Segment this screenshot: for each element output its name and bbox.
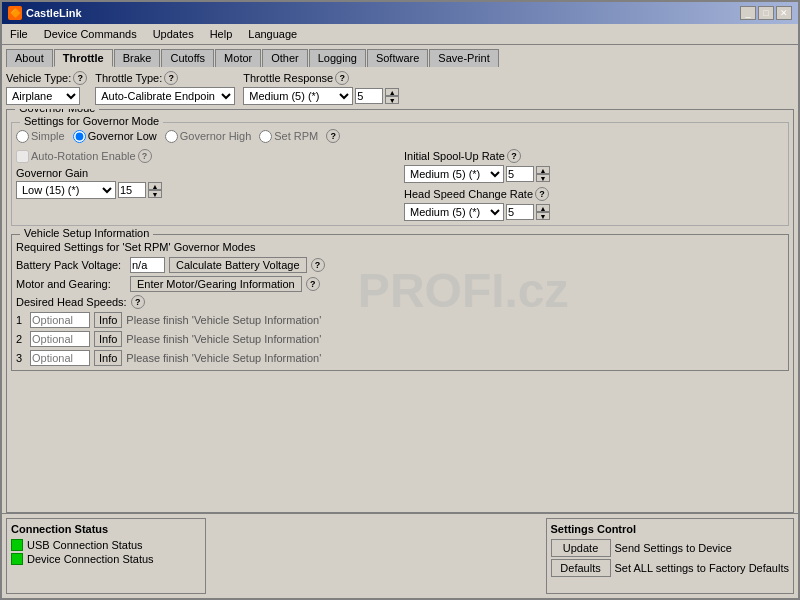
governor-low-label: Governor Low: [73, 130, 157, 143]
head-speed-change-control-row: Medium (5) (*) Low (1) High (10) ▲ ▼: [404, 203, 784, 221]
motor-gearing-row: Motor and Gearing: Enter Motor/Gearing I…: [16, 276, 784, 292]
hs-info-btn-2[interactable]: Info: [94, 331, 122, 347]
throttle-response-help-icon[interactable]: ?: [335, 71, 349, 85]
initial-spool-num-input[interactable]: [506, 166, 534, 182]
throttle-response-control-row: Medium (5) (*) Low (1) High (10) ▲ ▼: [243, 87, 399, 105]
governor-help-icon[interactable]: ?: [326, 129, 340, 143]
throttle-type-group: Throttle Type: ? Auto-Calibrate Endpoin …: [95, 71, 235, 105]
window-controls: _ □ ✕: [740, 6, 792, 20]
title-bar: 🔶 CastleLink _ □ ✕: [2, 2, 798, 24]
maximize-button[interactable]: □: [758, 6, 774, 20]
head-speed-change-select[interactable]: Medium (5) (*) Low (1) High (10): [404, 203, 504, 221]
throttle-response-group: Throttle Response ? Medium (5) (*) Low (…: [243, 71, 399, 105]
hs-info-btn-1[interactable]: Info: [94, 312, 122, 328]
governor-radio-group: Simple Governor Low Governor High S: [16, 129, 784, 143]
calculate-battery-btn[interactable]: Calculate Battery Voltage: [169, 257, 307, 273]
hs-info-btn-3[interactable]: Info: [94, 350, 122, 366]
content-area: PROFI.cz Vehicle Type: ? Airplane Helico…: [2, 67, 798, 513]
hs-input-3[interactable]: [30, 350, 90, 366]
throttle-response-up-btn[interactable]: ▲: [385, 88, 399, 96]
head-speed-change-down-btn[interactable]: ▼: [536, 212, 550, 220]
usb-connection-indicator: [11, 539, 23, 551]
throttle-response-select[interactable]: Medium (5) (*) Low (1) High (10): [243, 87, 353, 105]
menu-device-commands[interactable]: Device Commands: [36, 26, 145, 42]
motor-gearing-help-icon[interactable]: ?: [306, 277, 320, 291]
battery-pack-input[interactable]: [130, 257, 165, 273]
governor-gain-num-input[interactable]: [118, 182, 146, 198]
defaults-button[interactable]: Defaults: [551, 559, 611, 577]
menu-help[interactable]: Help: [202, 26, 241, 42]
tab-other[interactable]: Other: [262, 49, 308, 67]
update-row: Update Send Settings to Device: [551, 539, 789, 557]
governor-high-radio[interactable]: [165, 130, 178, 143]
hs-input-1[interactable]: [30, 312, 90, 328]
governor-mode-title: Governor Mode: [15, 109, 99, 114]
menu-file[interactable]: File: [2, 26, 36, 42]
governor-simple-label: Simple: [16, 130, 65, 143]
tab-logging[interactable]: Logging: [309, 49, 366, 67]
initial-spool-select[interactable]: Medium (5) (*) Low (1) High (10): [404, 165, 504, 183]
governor-gain-select[interactable]: Low (15) (*) Medium High: [16, 181, 116, 199]
auto-rotation-checkbox[interactable]: [16, 150, 29, 163]
battery-pack-help-icon[interactable]: ?: [311, 258, 325, 272]
head-speed-change-spinner: ▲ ▼: [536, 204, 550, 220]
throttle-response-down-btn[interactable]: ▼: [385, 96, 399, 104]
governor-gain-spinner: ▲ ▼: [148, 182, 162, 198]
settings-control-title: Settings Control: [551, 523, 789, 535]
window-title: CastleLink: [26, 7, 82, 19]
throttle-response-num-input[interactable]: [355, 88, 383, 104]
hs-input-2[interactable]: [30, 331, 90, 347]
hs-num-1: 1: [16, 314, 26, 326]
minimize-button[interactable]: _: [740, 6, 756, 20]
menu-updates[interactable]: Updates: [145, 26, 202, 42]
governor-low-radio[interactable]: [73, 130, 86, 143]
auto-rotation-help-icon[interactable]: ?: [138, 149, 152, 163]
tab-about[interactable]: About: [6, 49, 53, 67]
device-connection-indicator: [11, 553, 23, 565]
throttle-type-label: Throttle Type: ?: [95, 71, 235, 85]
desired-head-speeds-label: Desired Head Speeds:: [16, 296, 127, 308]
governor-gain-label: Governor Gain: [16, 167, 396, 179]
head-speed-row-3: 3 Info Please finish 'Vehicle Setup Info…: [16, 350, 784, 366]
head-speed-change-num-input[interactable]: [506, 204, 534, 220]
tab-save-print[interactable]: Save-Print: [429, 49, 498, 67]
head-speed-change-up-btn[interactable]: ▲: [536, 204, 550, 212]
throttle-type-select[interactable]: Auto-Calibrate Endpoin Fixed Endpoints: [95, 87, 235, 105]
tab-brake[interactable]: Brake: [114, 49, 161, 67]
settings-control-panel: Settings Control Update Send Settings to…: [546, 518, 794, 594]
auto-rotation-label: Auto-Rotation Enable ?: [16, 149, 396, 163]
tab-motor[interactable]: Motor: [215, 49, 261, 67]
tab-software[interactable]: Software: [367, 49, 428, 67]
governor-simple-radio[interactable]: [16, 130, 29, 143]
update-button[interactable]: Update: [551, 539, 611, 557]
governor-gain-up-btn[interactable]: ▲: [148, 182, 162, 190]
motor-gearing-btn[interactable]: Enter Motor/Gearing Information: [130, 276, 302, 292]
governor-mode-box: Governor Mode Settings for Governor Mode…: [6, 109, 794, 513]
tab-throttle[interactable]: Throttle: [54, 49, 113, 67]
initial-spool-spinner: ▲ ▼: [536, 166, 550, 182]
initial-spool-label: Initial Spool-Up Rate ?: [404, 149, 784, 163]
initial-spool-down-btn[interactable]: ▼: [536, 174, 550, 182]
vehicle-type-help-icon[interactable]: ?: [73, 71, 87, 85]
head-speed-change-label: Head Speed Change Rate ?: [404, 187, 784, 201]
hs-text-1: Please finish 'Vehicle Setup Information…: [126, 314, 321, 326]
head-speed-change-help-icon[interactable]: ?: [535, 187, 549, 201]
throttle-type-help-icon[interactable]: ?: [164, 71, 178, 85]
initial-spool-up-btn[interactable]: ▲: [536, 166, 550, 174]
governor-settings-group: Settings for Governor Mode Simple Govern…: [11, 122, 789, 226]
update-label: Send Settings to Device: [615, 542, 732, 554]
vehicle-setup-box: Vehicle Setup Information Required Setti…: [11, 234, 789, 371]
initial-spool-control-row: Medium (5) (*) Low (1) High (10) ▲ ▼: [404, 165, 784, 183]
governor-high-label: Governor High: [165, 130, 252, 143]
tab-cutoffs[interactable]: Cutoffs: [161, 49, 214, 67]
top-controls: Vehicle Type: ? Airplane Helicopter Car/…: [2, 67, 798, 109]
desired-head-speeds-help-icon[interactable]: ?: [131, 295, 145, 309]
governor-gain-down-btn[interactable]: ▼: [148, 190, 162, 198]
menu-language[interactable]: Language: [240, 26, 305, 42]
governor-setrpm-radio[interactable]: [259, 130, 272, 143]
initial-spool-help-icon[interactable]: ?: [507, 149, 521, 163]
governor-gain-group: Governor Gain Low (15) (*) Medium High: [16, 167, 396, 199]
vehicle-type-select[interactable]: Airplane Helicopter Car/Truck: [6, 87, 80, 105]
close-button[interactable]: ✕: [776, 6, 792, 20]
defaults-label: Set ALL settings to Factory Defaults: [615, 562, 789, 574]
